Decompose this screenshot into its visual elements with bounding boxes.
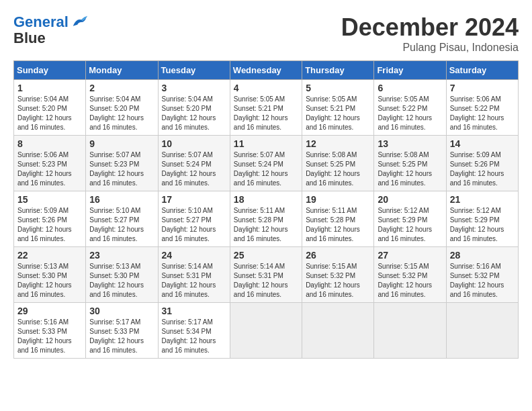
calendar-cell: 13 Sunrise: 5:08 AMSunset: 5:25 PMDaylig…	[374, 136, 446, 191]
day-info: Sunrise: 5:11 AMSunset: 5:28 PMDaylight:…	[234, 206, 298, 244]
day-number: 8	[17, 138, 82, 149]
calendar-cell: 7 Sunrise: 5:06 AMSunset: 5:22 PMDayligh…	[446, 80, 518, 136]
day-number: 18	[234, 194, 298, 205]
calendar-cell: 19 Sunrise: 5:11 AMSunset: 5:28 PMDaylig…	[302, 191, 374, 247]
day-number: 20	[378, 194, 442, 205]
day-info: Sunrise: 5:05 AMSunset: 5:22 PMDaylight:…	[378, 95, 442, 132]
weekday-header: Wednesday	[230, 61, 302, 80]
day-info: Sunrise: 5:15 AMSunset: 5:32 PMDaylight:…	[378, 262, 442, 300]
day-number: 24	[162, 250, 226, 261]
day-info: Sunrise: 5:10 AMSunset: 5:27 PMDaylight:…	[162, 206, 226, 244]
day-number: 3	[162, 83, 226, 93]
day-number: 10	[162, 138, 226, 149]
calendar-cell: 17 Sunrise: 5:10 AMSunset: 5:27 PMDaylig…	[158, 191, 230, 247]
day-number: 27	[378, 250, 442, 261]
calendar-cell: 8 Sunrise: 5:06 AMSunset: 5:23 PMDayligh…	[14, 136, 86, 191]
location: Pulang Pisau, Indonesia	[341, 42, 519, 54]
calendar-week-row: 22 Sunrise: 5:13 AMSunset: 5:30 PMDaylig…	[14, 247, 519, 303]
day-number: 30	[89, 306, 154, 316]
day-number: 26	[306, 250, 370, 261]
day-info: Sunrise: 5:13 AMSunset: 5:30 PMDaylight:…	[17, 262, 82, 300]
calendar-cell: 10 Sunrise: 5:07 AMSunset: 5:24 PMDaylig…	[158, 136, 230, 191]
day-info: Sunrise: 5:07 AMSunset: 5:24 PMDaylight:…	[162, 150, 226, 188]
day-info: Sunrise: 5:04 AMSunset: 5:20 PMDaylight:…	[89, 95, 154, 132]
calendar-cell: 1 Sunrise: 5:04 AMSunset: 5:20 PMDayligh…	[14, 80, 86, 136]
calendar-cell: 21 Sunrise: 5:12 AMSunset: 5:29 PMDaylig…	[446, 191, 518, 247]
calendar-week-row: 15 Sunrise: 5:09 AMSunset: 5:26 PMDaylig…	[14, 191, 519, 247]
page-header: General Blue December 2024 Pulang Pisau,…	[13, 13, 519, 54]
calendar-cell	[230, 303, 302, 359]
calendar-cell: 9 Sunrise: 5:07 AMSunset: 5:23 PMDayligh…	[86, 136, 158, 191]
day-info: Sunrise: 5:15 AMSunset: 5:32 PMDaylight:…	[306, 262, 370, 300]
calendar-cell: 31 Sunrise: 5:17 AMSunset: 5:34 PMDaylig…	[158, 303, 230, 359]
day-number: 9	[89, 138, 154, 149]
weekday-header: Saturday	[446, 61, 518, 80]
logo: General Blue	[13, 13, 89, 47]
calendar-cell: 14 Sunrise: 5:09 AMSunset: 5:26 PMDaylig…	[446, 136, 518, 191]
calendar-cell	[302, 303, 374, 359]
day-number: 25	[234, 250, 298, 261]
day-info: Sunrise: 5:14 AMSunset: 5:31 PMDaylight:…	[234, 262, 298, 300]
day-number: 19	[306, 194, 370, 205]
calendar-cell: 24 Sunrise: 5:14 AMSunset: 5:31 PMDaylig…	[158, 247, 230, 303]
weekday-header: Tuesday	[158, 61, 230, 80]
day-info: Sunrise: 5:06 AMSunset: 5:22 PMDaylight:…	[450, 95, 515, 132]
day-number: 7	[450, 83, 515, 93]
day-number: 2	[89, 83, 154, 93]
calendar-cell: 4 Sunrise: 5:05 AMSunset: 5:21 PMDayligh…	[230, 80, 302, 136]
calendar-week-row: 1 Sunrise: 5:04 AMSunset: 5:20 PMDayligh…	[14, 80, 519, 136]
calendar-cell	[374, 303, 446, 359]
day-info: Sunrise: 5:17 AMSunset: 5:34 PMDaylight:…	[162, 318, 226, 355]
day-number: 29	[17, 306, 82, 316]
day-info: Sunrise: 5:05 AMSunset: 5:21 PMDaylight:…	[234, 95, 298, 132]
calendar-cell: 28 Sunrise: 5:16 AMSunset: 5:32 PMDaylig…	[446, 247, 518, 303]
day-number: 1	[17, 83, 82, 93]
calendar-cell: 25 Sunrise: 5:14 AMSunset: 5:31 PMDaylig…	[230, 247, 302, 303]
calendar-header-row: SundayMondayTuesdayWednesdayThursdayFrid…	[14, 61, 519, 80]
day-number: 15	[17, 194, 82, 205]
day-number: 16	[89, 194, 154, 205]
day-info: Sunrise: 5:09 AMSunset: 5:26 PMDaylight:…	[450, 150, 515, 188]
calendar-cell: 5 Sunrise: 5:05 AMSunset: 5:21 PMDayligh…	[302, 80, 374, 136]
day-number: 28	[450, 250, 515, 261]
day-info: Sunrise: 5:05 AMSunset: 5:21 PMDaylight:…	[306, 95, 370, 132]
day-number: 31	[162, 306, 226, 316]
calendar-cell: 15 Sunrise: 5:09 AMSunset: 5:26 PMDaylig…	[14, 191, 86, 247]
day-number: 4	[234, 83, 298, 93]
day-info: Sunrise: 5:06 AMSunset: 5:23 PMDaylight:…	[17, 150, 82, 188]
calendar-cell: 29 Sunrise: 5:16 AMSunset: 5:33 PMDaylig…	[14, 303, 86, 359]
day-number: 17	[162, 194, 226, 205]
day-info: Sunrise: 5:16 AMSunset: 5:33 PMDaylight:…	[17, 318, 82, 355]
day-info: Sunrise: 5:10 AMSunset: 5:27 PMDaylight:…	[89, 206, 154, 244]
calendar-cell: 22 Sunrise: 5:13 AMSunset: 5:30 PMDaylig…	[14, 247, 86, 303]
day-info: Sunrise: 5:16 AMSunset: 5:32 PMDaylight:…	[450, 262, 515, 300]
calendar-cell: 12 Sunrise: 5:08 AMSunset: 5:25 PMDaylig…	[302, 136, 374, 191]
calendar-cell: 16 Sunrise: 5:10 AMSunset: 5:27 PMDaylig…	[86, 191, 158, 247]
weekday-header: Friday	[374, 61, 446, 80]
weekday-header: Sunday	[14, 61, 86, 80]
calendar-cell: 18 Sunrise: 5:11 AMSunset: 5:28 PMDaylig…	[230, 191, 302, 247]
day-number: 21	[450, 194, 515, 205]
day-info: Sunrise: 5:14 AMSunset: 5:31 PMDaylight:…	[162, 262, 226, 300]
day-number: 11	[234, 138, 298, 149]
day-info: Sunrise: 5:07 AMSunset: 5:23 PMDaylight:…	[89, 150, 154, 188]
calendar-body: 1 Sunrise: 5:04 AMSunset: 5:20 PMDayligh…	[14, 80, 519, 359]
weekday-header: Monday	[86, 61, 158, 80]
day-number: 6	[378, 83, 442, 93]
day-info: Sunrise: 5:12 AMSunset: 5:29 PMDaylight:…	[378, 206, 442, 244]
calendar-cell: 11 Sunrise: 5:07 AMSunset: 5:24 PMDaylig…	[230, 136, 302, 191]
calendar-cell: 2 Sunrise: 5:04 AMSunset: 5:20 PMDayligh…	[86, 80, 158, 136]
day-number: 22	[17, 250, 82, 261]
day-number: 23	[89, 250, 154, 261]
calendar-cell: 20 Sunrise: 5:12 AMSunset: 5:29 PMDaylig…	[374, 191, 446, 247]
calendar-cell: 30 Sunrise: 5:17 AMSunset: 5:33 PMDaylig…	[86, 303, 158, 359]
day-number: 13	[378, 138, 442, 149]
day-info: Sunrise: 5:04 AMSunset: 5:20 PMDaylight:…	[162, 95, 226, 132]
title-block: December 2024 Pulang Pisau, Indonesia	[341, 13, 519, 54]
day-number: 12	[306, 138, 370, 149]
day-info: Sunrise: 5:09 AMSunset: 5:26 PMDaylight:…	[17, 206, 82, 244]
day-info: Sunrise: 5:04 AMSunset: 5:20 PMDaylight:…	[17, 95, 82, 132]
month-title: December 2024	[341, 13, 519, 42]
day-info: Sunrise: 5:08 AMSunset: 5:25 PMDaylight:…	[378, 150, 442, 188]
calendar-table: SundayMondayTuesdayWednesdayThursdayFrid…	[13, 60, 519, 359]
